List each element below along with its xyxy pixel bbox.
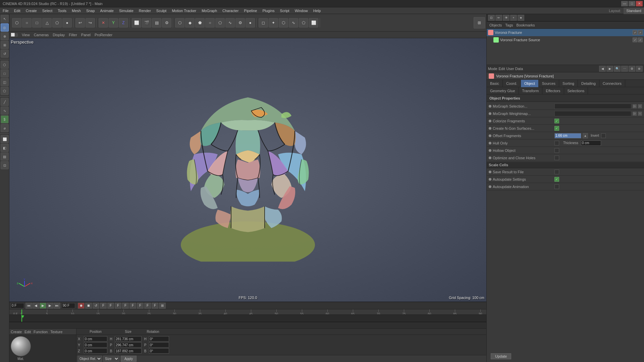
pb-f8[interactable]: F [152, 303, 158, 309]
maximize-button[interactable]: □ [629, 1, 635, 6]
pb-prev-frame[interactable]: ◀ [33, 303, 39, 309]
window-controls[interactable]: — □ ✕ [621, 1, 644, 6]
save-result-checkbox[interactable] [554, 170, 559, 174]
menu-tools[interactable]: Tools [55, 7, 69, 14]
props-icon-2[interactable]: ▶ [606, 66, 613, 72]
tool-model[interactable]: ⬜ [132, 18, 141, 27]
props-icon-1[interactable]: ◀ [599, 66, 606, 72]
tool-9[interactable]: ⬜ [1, 135, 9, 143]
menu-window[interactable]: Window [292, 7, 311, 14]
tab-basic[interactable]: Basic [487, 80, 503, 87]
mat-function[interactable]: Function [34, 330, 48, 334]
size-mode-select[interactable]: Size Scale [103, 356, 119, 362]
props-icon-extra[interactable]: ⊕ [636, 66, 643, 72]
tool-cube[interactable]: ⬡ [12, 18, 21, 27]
close-button[interactable]: ✕ [636, 1, 643, 6]
tool-render6[interactable]: ∿ [225, 18, 235, 27]
vp-display[interactable]: Display [53, 33, 65, 37]
tool-move[interactable]: ⊕ [1, 32, 9, 40]
pb-f1[interactable]: F [100, 303, 107, 309]
obj-voronoi-source[interactable]: Voronoi Fracture Source ✓ ✓ [487, 36, 644, 44]
mat-edit[interactable]: Edit [24, 330, 31, 334]
props-edit-tab[interactable]: Edit [499, 67, 505, 71]
obj-bookmark-icon[interactable]: ★ [518, 15, 524, 21]
mat-create[interactable]: Create [11, 330, 22, 334]
vp-prorender[interactable]: ProRender [95, 33, 112, 37]
menu-simulate[interactable]: Simulate [116, 7, 136, 14]
obj-check-1[interactable]: ✓ [633, 30, 637, 35]
menu-motion-tracker[interactable]: Motion Tracker [169, 7, 199, 14]
tab-effectors[interactable]: Effectors [542, 87, 564, 95]
hollow-checkbox[interactable] [554, 148, 559, 153]
pb-f6[interactable]: F [137, 303, 144, 309]
pb-f3[interactable]: F [115, 303, 121, 309]
obj-view-icon[interactable]: 👁 [503, 15, 509, 21]
props-icon-search[interactable]: 🔍 [614, 66, 621, 72]
pb-record[interactable]: ⏺ [78, 303, 85, 309]
obj-voronoi-fracture[interactable]: Voronoi Fracture ✓ ✓ [487, 29, 644, 36]
props-icon-settings[interactable]: ⚙ [629, 66, 635, 72]
tool-settings[interactable]: ⚙ [162, 18, 171, 27]
obj-tab-tags[interactable]: Tags [504, 23, 514, 27]
pb-f4[interactable]: F [122, 303, 129, 309]
timeline-track[interactable] [9, 315, 486, 322]
vp-panel[interactable]: Panel [81, 33, 91, 37]
tab-sources[interactable]: Sources [539, 80, 559, 87]
tool-render2[interactable]: ◆ [185, 18, 195, 27]
obj-tab-objects[interactable]: Objects [488, 23, 503, 27]
menu-edit[interactable]: Edit [11, 7, 23, 14]
tool-rotate[interactable]: ↺ [1, 50, 9, 58]
minimize-button[interactable]: — [621, 1, 628, 6]
optimize-checkbox[interactable] [554, 156, 559, 160]
obj-edit-icon[interactable]: ✏ [495, 15, 502, 21]
pb-play[interactable]: ▶ [40, 303, 46, 309]
mat-texture[interactable]: Texture [50, 330, 62, 334]
material-preview[interactable] [11, 336, 31, 356]
pb-loop[interactable]: ↺ [93, 303, 99, 309]
tool-snap1[interactable]: ◻ [259, 18, 268, 27]
tool-scale[interactable]: ⊞ [1, 41, 9, 49]
pos-z-input[interactable] [84, 348, 107, 354]
obj-add-icon[interactable]: + [510, 15, 517, 21]
mograph-sel-field[interactable] [554, 104, 631, 109]
tool-snap4[interactable]: ∿ [289, 18, 298, 27]
tab-selections[interactable]: Selections [564, 87, 588, 95]
rot-p-input[interactable] [149, 342, 169, 348]
tool-z-axis[interactable]: Z [119, 18, 128, 27]
offset-fragments-input[interactable] [554, 133, 581, 138]
menu-select[interactable]: Select [40, 7, 55, 14]
tool-4[interactable]: ⬠ [1, 87, 9, 95]
size-h-input[interactable] [115, 336, 142, 342]
offset-spinup[interactable]: ▲ [583, 133, 588, 138]
tool-render[interactable]: ⬡ [175, 18, 184, 27]
tool-render4[interactable]: ○ [205, 18, 215, 27]
menu-sculpt[interactable]: Sculpt [154, 7, 169, 14]
thickness-input[interactable] [581, 140, 601, 146]
tool-12[interactable]: ⊡ [1, 161, 9, 169]
rot-b-input[interactable] [149, 348, 169, 354]
tool-select[interactable]: ↖ [1, 15, 9, 23]
autoupdate-animation-checkbox[interactable] [554, 184, 559, 189]
tool-render3[interactable]: ⬟ [195, 18, 205, 27]
tool-snap6[interactable]: ⬜ [309, 18, 318, 27]
obj-check-2[interactable]: ✓ [638, 30, 643, 35]
tool-cone[interactable]: △ [42, 18, 52, 27]
start-frame-input[interactable] [11, 303, 24, 308]
tool-motion[interactable]: ▤ [152, 18, 161, 27]
obj-check-s2[interactable]: ✓ [638, 38, 643, 42]
scale-cells-section[interactable]: Scale Cells [487, 162, 644, 168]
vp-filter[interactable]: Filter [69, 33, 77, 37]
tab-coord[interactable]: Coord. [503, 80, 521, 87]
tool-render5[interactable]: ⬠ [215, 18, 225, 27]
tool-x-axis[interactable]: ✕ [99, 18, 108, 27]
layout-value[interactable]: Standard [624, 7, 644, 14]
size-p-input[interactable] [115, 342, 142, 348]
pb-f9[interactable]: ⊞ [159, 303, 166, 309]
pos-x-input[interactable] [84, 336, 107, 342]
pos-y-input[interactable] [84, 342, 107, 348]
pb-f2[interactable]: F [107, 303, 114, 309]
hull-checkbox[interactable] [554, 141, 559, 145]
colorize-checkbox[interactable]: ✓ [554, 119, 559, 123]
tab-connectors[interactable]: Connectors [599, 80, 625, 87]
size-b-input[interactable] [115, 348, 142, 354]
